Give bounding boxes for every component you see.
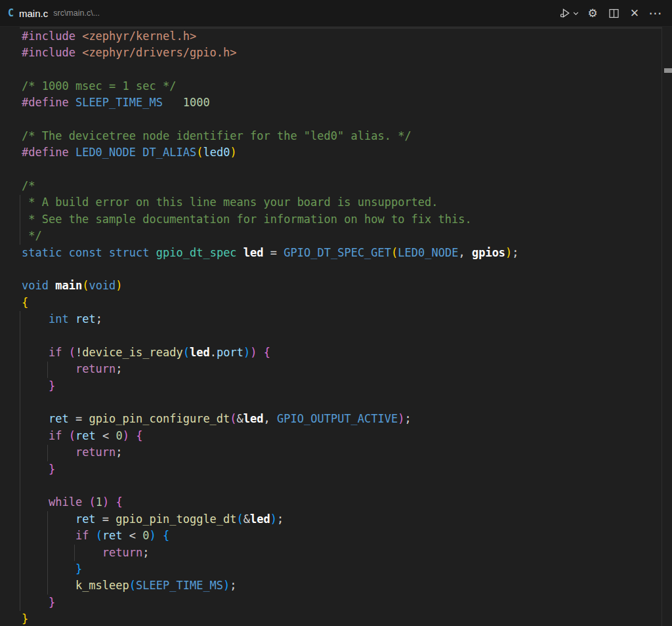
code-line[interactable]: ret = gpio_pin_toggle_dt(&led); — [0, 511, 662, 528]
ellipsis-icon: ⋯ — [649, 7, 663, 20]
code-line[interactable] — [0, 394, 662, 411]
code-line[interactable]: * See the sample documentation for infor… — [0, 211, 662, 228]
gear-icon: ⚙ — [587, 8, 597, 19]
code-line[interactable]: return; — [0, 545, 662, 561]
code-line[interactable]: k_msleep(SLEEP_TIME_MS); — [0, 577, 662, 594]
code-line[interactable]: { — [0, 295, 662, 311]
code-line[interactable]: return; — [0, 361, 662, 377]
code-line[interactable] — [0, 111, 662, 127]
run-debug-button[interactable] — [559, 5, 579, 22]
code-line[interactable] — [0, 261, 662, 278]
code-line[interactable]: #define LED0_NODE DT_ALIAS(led0) — [0, 144, 662, 161]
code-line[interactable]: #include <zephyr/drivers/gpio.h> — [0, 45, 662, 61]
code-line[interactable]: /* — [0, 178, 662, 194]
code-line[interactable]: * A build error on this line means your … — [0, 194, 662, 211]
code-line[interactable]: #include <zephyr/kernel.h> — [0, 28, 662, 45]
code-line[interactable]: if (ret < 0) { — [0, 528, 662, 544]
settings-gear-button[interactable]: ⚙ — [585, 5, 600, 22]
code-line[interactable] — [0, 61, 662, 77]
more-actions-button[interactable]: ⋯ — [648, 5, 663, 22]
editor-actions: ⚙ × ⋯ — [559, 0, 672, 26]
code-line[interactable]: if (!device_is_ready(led.port)) { — [0, 344, 662, 361]
code-line[interactable]: if (ret < 0) { — [0, 428, 662, 444]
code-area: #include <zephyr/kernel.h>#include <zeph… — [0, 28, 662, 626]
tab-bar: C main.c src\main.c\... — [0, 0, 672, 27]
code-line[interactable]: */ — [0, 228, 662, 244]
overview-ruler-cursor-marker — [664, 68, 672, 73]
code-line[interactable] — [0, 328, 662, 344]
split-editor-icon — [608, 8, 620, 19]
code-line[interactable]: return; — [0, 444, 662, 461]
code-line[interactable] — [0, 161, 662, 178]
code-line[interactable]: } — [0, 378, 662, 394]
editor-tab-main-c[interactable]: C main.c src\main.c\... — [0, 0, 100, 26]
code-line[interactable]: /* 1000 msec = 1 sec */ — [0, 78, 662, 94]
tab-file-path: src\main.c\... — [53, 9, 100, 18]
scrollbar-track[interactable] — [662, 27, 672, 626]
vscode-editor-window: C main.c src\main.c\... — [0, 0, 672, 626]
code-line[interactable]: } — [0, 611, 662, 626]
code-line[interactable]: } — [0, 595, 662, 611]
split-editor-button[interactable] — [606, 5, 621, 22]
editor-pane: #include <zephyr/kernel.h>#include <zeph… — [0, 27, 672, 626]
code-line[interactable]: #define SLEEP_TIME_MS 1000 — [0, 94, 662, 111]
code-line[interactable]: void main(void) — [0, 278, 662, 294]
code-line[interactable]: } — [0, 561, 662, 577]
code-line[interactable]: ret = gpio_pin_configure_dt(&led, GPIO_O… — [0, 411, 662, 427]
code-line[interactable] — [0, 478, 662, 494]
c-language-icon: C — [8, 7, 14, 19]
run-debug-icon — [559, 7, 572, 19]
close-editor-button[interactable]: × — [627, 5, 642, 22]
code-line[interactable]: while (1) { — [0, 494, 662, 511]
code-line[interactable]: } — [0, 461, 662, 478]
chevron-down-icon — [573, 10, 579, 16]
code-line[interactable]: int ret; — [0, 311, 662, 327]
code-line[interactable]: static const struct gpio_dt_spec led = G… — [0, 245, 662, 261]
code-line[interactable]: /* The devicetree node identifier for th… — [0, 128, 662, 144]
close-icon: × — [631, 6, 639, 20]
tab-file-name: main.c — [19, 8, 48, 19]
